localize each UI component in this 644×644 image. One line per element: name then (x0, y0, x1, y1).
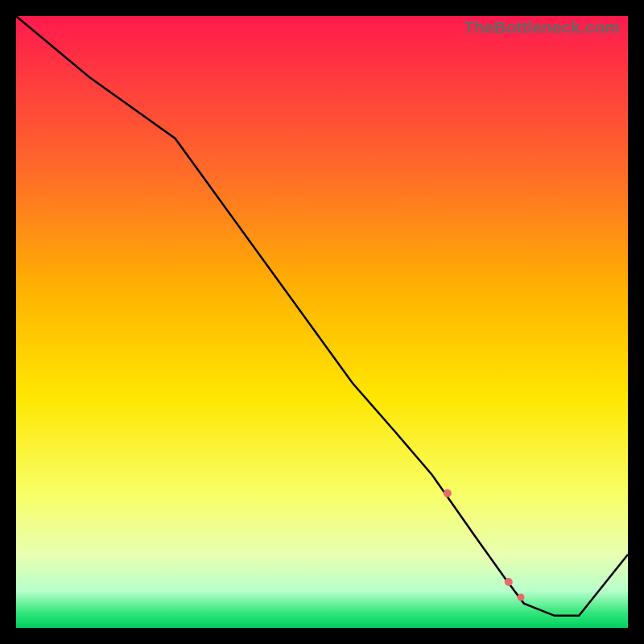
marker-dot (444, 489, 452, 497)
marker-dot (518, 594, 525, 601)
chart-overlay (16, 16, 628, 628)
chart-area: TheBottleneck.com (16, 16, 628, 628)
watermark-text: TheBottleneck.com (464, 18, 620, 37)
marker-dot (505, 578, 513, 586)
bottleneck-curve (16, 16, 628, 616)
